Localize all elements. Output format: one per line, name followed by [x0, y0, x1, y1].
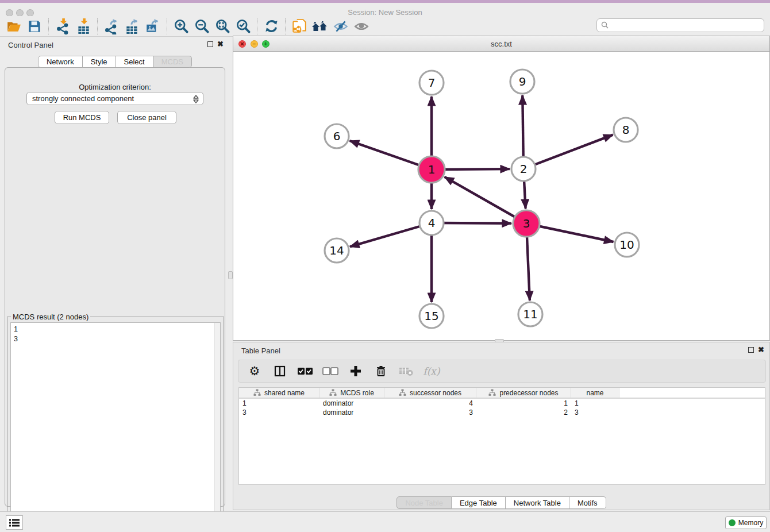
- node-7[interactable]: 7: [419, 71, 444, 95]
- network-canvas[interactable]: 7968124314101511: [233, 52, 769, 340]
- column-label: name: [586, 389, 603, 397]
- select-all-columns-button[interactable]: [297, 363, 313, 379]
- node-9[interactable]: 9: [510, 70, 534, 94]
- column-layout-button[interactable]: [272, 363, 288, 379]
- tab-select[interactable]: Select: [116, 56, 153, 68]
- zoom-out-button[interactable]: [191, 17, 212, 36]
- close-panel-icon[interactable]: ✖: [217, 40, 224, 48]
- import-network-button[interactable]: [52, 17, 73, 36]
- cell-name[interactable]: 3: [571, 408, 619, 417]
- dropdown-stepper-icon: [192, 94, 200, 104]
- memory-button[interactable]: Memory: [725, 516, 767, 529]
- zoom-selected-button[interactable]: [233, 17, 253, 36]
- node-1[interactable]: 1: [418, 156, 445, 183]
- cell-name[interactable]: 1: [571, 399, 619, 408]
- zoom-in-button[interactable]: [171, 17, 191, 36]
- tab-edge-table[interactable]: Edge Table: [452, 496, 506, 509]
- column-header-name[interactable]: name: [571, 388, 619, 398]
- node-8[interactable]: 8: [614, 118, 638, 142]
- column-layout-icon: [273, 364, 287, 378]
- node-11[interactable]: 11: [518, 302, 542, 326]
- node-6[interactable]: 6: [325, 124, 349, 148]
- tab-node-table[interactable]: Node Table: [396, 496, 452, 509]
- first-neighbors-button[interactable]: [310, 17, 330, 36]
- run-mcds-button[interactable]: Run MCDS: [55, 111, 109, 124]
- tab-network-table[interactable]: Network Table: [506, 496, 569, 509]
- column-label: shared name: [264, 389, 305, 397]
- column-header-MCDS-role[interactable]: MCDS role: [319, 388, 384, 398]
- network-graph[interactable]: 7968124314101511: [233, 52, 769, 340]
- tab-motifs[interactable]: Motifs: [569, 496, 606, 509]
- network-window-titlebar[interactable]: ✕ − + scc.txt: [233, 36, 769, 52]
- result-scrollbar[interactable]: [214, 323, 220, 529]
- select-all-columns-icon: [297, 367, 313, 376]
- cell-predecessor-nodes[interactable]: 1: [476, 399, 571, 408]
- tab-mcds[interactable]: MCDS: [153, 56, 192, 68]
- column-header-successor-nodes[interactable]: successor nodes: [384, 388, 476, 398]
- table-panel-title: Table Panel: [241, 346, 280, 355]
- function-builder-button[interactable]: f(x): [424, 363, 440, 379]
- cell-MCDS-role[interactable]: dominator: [319, 399, 384, 408]
- export-network-button[interactable]: [101, 17, 122, 36]
- node-15[interactable]: 15: [419, 304, 444, 328]
- tab-network[interactable]: Network: [38, 56, 83, 68]
- cell-predecessor-nodes[interactable]: 2: [476, 408, 571, 417]
- node-14[interactable]: 14: [325, 238, 349, 263]
- delete-column-button[interactable]: [373, 363, 389, 379]
- export-table-button[interactable]: [122, 17, 143, 36]
- node-10[interactable]: 10: [615, 233, 639, 257]
- node-2[interactable]: 2: [511, 157, 536, 181]
- node-label: 9: [519, 75, 526, 88]
- node-label: 2: [520, 162, 528, 176]
- control-panel-tabs: NetworkStyleSelectMCDS: [0, 56, 230, 68]
- save-session-button[interactable]: [24, 17, 45, 36]
- table-close-panel-icon[interactable]: ✖: [758, 345, 764, 354]
- table-float-panel-icon[interactable]: [748, 347, 754, 353]
- cell-MCDS-role[interactable]: dominator: [319, 408, 384, 417]
- mcds-result-text[interactable]: 1 3: [10, 322, 221, 530]
- zoom-fit-button[interactable]: [212, 17, 233, 36]
- delete-table-icon: [399, 365, 414, 377]
- node-4[interactable]: 4: [419, 211, 444, 235]
- node-3[interactable]: 3: [513, 210, 540, 237]
- tab-style[interactable]: Style: [83, 56, 116, 68]
- deselect-all-columns-button[interactable]: [322, 363, 338, 379]
- open-session-button[interactable]: [3, 17, 24, 36]
- cell-shared-name[interactable]: 3: [239, 408, 319, 417]
- delete-table-button[interactable]: [398, 363, 414, 379]
- float-panel-icon[interactable]: [207, 41, 213, 47]
- column-header-shared-name[interactable]: shared name: [239, 388, 319, 398]
- show-all-button[interactable]: [351, 17, 372, 36]
- hide-selected-button[interactable]: [330, 17, 351, 36]
- edge-2-8[interactable]: [523, 135, 613, 169]
- column-header-predecessor-nodes[interactable]: predecessor nodes: [476, 388, 571, 398]
- new-network-from-selection-button[interactable]: [289, 17, 310, 36]
- node-table: shared nameMCDS rolesuccessor nodesprede…: [238, 387, 765, 485]
- cell-successor-nodes[interactable]: 3: [384, 408, 476, 417]
- first-neighbors-icon: [311, 19, 329, 34]
- cell-successor-nodes[interactable]: 4: [384, 399, 476, 408]
- tree-hierarchy-icon: [399, 389, 406, 396]
- table-toolbar: ⚙f(x): [238, 360, 766, 383]
- mcds-result-title: MCDS result (2 nodes): [11, 313, 90, 321]
- close-panel-button[interactable]: Close panel: [117, 111, 176, 124]
- cell-shared-name[interactable]: 1: [239, 399, 319, 408]
- table-row[interactable]: 1dominator411: [239, 399, 765, 408]
- vertical-splitter-handle[interactable]: [228, 271, 233, 279]
- show-panels-button[interactable]: [6, 515, 23, 530]
- search-field[interactable]: [596, 18, 764, 32]
- import-table-button[interactable]: [73, 17, 94, 36]
- search-input[interactable]: [610, 20, 764, 30]
- table-settings-gear-button[interactable]: ⚙: [247, 363, 263, 379]
- table-row[interactable]: 3dominator323: [239, 408, 765, 417]
- add-column-button[interactable]: [348, 363, 364, 379]
- add-column-icon: [349, 364, 363, 378]
- optimization-criterion-dropdown[interactable]: strongly connected component: [26, 92, 203, 105]
- network-title: scc.txt: [233, 40, 769, 48]
- memory-label: Memory: [738, 519, 763, 527]
- delete-column-icon: [374, 364, 388, 378]
- mcds-panel-body: Optimization criterion: strongly connect…: [5, 67, 225, 507]
- refresh-layout-button[interactable]: [261, 17, 282, 36]
- export-image-button[interactable]: [143, 17, 163, 36]
- column-label: successor nodes: [410, 389, 461, 397]
